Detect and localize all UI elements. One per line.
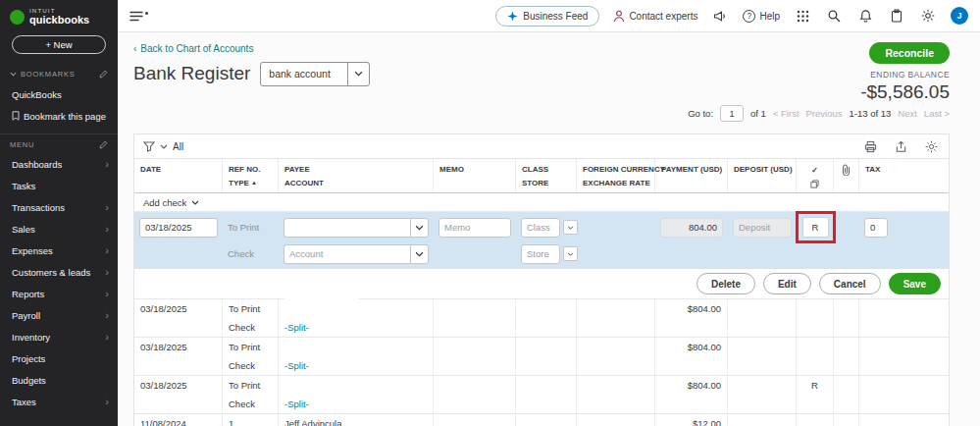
- filter-control[interactable]: All: [143, 141, 183, 152]
- first-page-link[interactable]: < First: [773, 108, 799, 119]
- sidebar-item-dashboards[interactable]: Dashboards›: [0, 153, 118, 175]
- sidebar-item-transactions[interactable]: Transactions›: [0, 196, 118, 218]
- column-header-tax[interactable]: TAX: [859, 159, 949, 192]
- chevron-down-icon[interactable]: [410, 244, 429, 264]
- previous-page-link[interactable]: Previous: [806, 108, 843, 119]
- person-icon: [613, 10, 625, 23]
- export-icon[interactable]: [892, 137, 909, 155]
- sidebar-item-expenses[interactable]: Expenses›: [0, 240, 118, 261]
- column-header-memo[interactable]: MEMO: [434, 159, 516, 192]
- deposit-input[interactable]: [733, 218, 792, 238]
- split-link[interactable]: -Split-: [284, 395, 427, 413]
- chevron-down-icon[interactable]: [410, 218, 429, 238]
- column-header-ref-type[interactable]: REF NO. TYPE▲: [223, 159, 279, 192]
- sidebar-item-quickbooks[interactable]: QuickBooks: [0, 83, 118, 105]
- row-payment: $12.00: [661, 414, 721, 426]
- tasks-clipboard-icon[interactable]: [888, 7, 905, 25]
- table-row[interactable]: 03/18/2025 To PrintCheck -Split- $804.00: [134, 338, 949, 376]
- column-header-reconcile-status[interactable]: ✓: [797, 159, 834, 192]
- row-payment: $804.00: [661, 299, 721, 318]
- page-title: Bank Register: [133, 63, 250, 84]
- sidebar-item-reports[interactable]: Reports›: [0, 283, 118, 304]
- column-header-class-store[interactable]: CLASS STORE: [516, 159, 577, 192]
- row-reconcile-status[interactable]: [802, 338, 827, 356]
- sidebar-item-label: Customers & leads: [12, 267, 105, 278]
- table-row[interactable]: 03/18/2025 To PrintCheck -Split- $804.00: [134, 299, 949, 338]
- sidebar-item-tasks[interactable]: Tasks: [0, 175, 118, 196]
- save-button[interactable]: Save: [889, 273, 941, 294]
- store-dropdown-icon[interactable]: [563, 246, 578, 261]
- avatar[interactable]: J: [951, 7, 968, 25]
- ending-balance-value: -$5,586.05: [860, 81, 950, 103]
- column-header-date[interactable]: DATE: [134, 159, 223, 192]
- cancel-button[interactable]: Cancel: [819, 273, 881, 294]
- print-icon[interactable]: [861, 137, 879, 155]
- search-icon[interactable]: [825, 7, 843, 25]
- feedback-megaphone-icon[interactable]: [711, 7, 729, 25]
- store-input[interactable]: [521, 244, 560, 264]
- table-row[interactable]: 11/08/2024 1 Jeff Advincula $12.00: [134, 414, 949, 426]
- sidebar-item-label: Inventory: [12, 332, 105, 343]
- sidebar-item-inventory[interactable]: Inventory›: [0, 326, 118, 347]
- sidebar-item-sales[interactable]: Sales›: [0, 218, 118, 240]
- contact-experts-button[interactable]: Contact experts: [613, 10, 697, 23]
- notifications-bell-icon[interactable]: [856, 7, 874, 25]
- account-combobox[interactable]: [284, 244, 429, 264]
- sidebar-item-taxes[interactable]: Taxes›: [0, 391, 118, 412]
- table-row[interactable]: 03/18/2025 To PrintCheck -Split- $804.00…: [134, 376, 949, 414]
- account-input[interactable]: [284, 244, 410, 264]
- hamburger-menu-icon[interactable]: [129, 11, 148, 22]
- last-page-link[interactable]: Last >: [924, 108, 950, 119]
- table-settings-gear-icon[interactable]: [922, 137, 940, 155]
- payee-input[interactable]: [284, 218, 410, 238]
- payee-combobox[interactable]: [284, 218, 429, 238]
- sidebar-item-label: Budgets: [12, 375, 109, 386]
- delete-button[interactable]: Delete: [696, 273, 755, 294]
- chevron-right-icon: ›: [105, 267, 109, 278]
- memo-input[interactable]: [438, 218, 511, 238]
- row-reconcile-status[interactable]: [802, 299, 827, 318]
- next-page-link[interactable]: Next: [898, 108, 917, 119]
- business-feed-button[interactable]: Business Feed: [495, 6, 599, 27]
- filter-label: All: [173, 141, 183, 152]
- date-input[interactable]: [139, 218, 218, 238]
- edit-menu-icon[interactable]: [99, 140, 108, 149]
- sidebar-item-payroll[interactable]: Payroll›: [0, 304, 118, 326]
- row-reconcile-status[interactable]: R: [802, 376, 827, 395]
- back-to-chart-of-accounts-link[interactable]: ‹ Back to Chart of Accounts: [133, 42, 253, 54]
- column-header-payee-account[interactable]: PAYEE ACCOUNT: [279, 159, 434, 192]
- class-input[interactable]: [521, 218, 560, 238]
- account-select[interactable]: bank account: [260, 62, 370, 86]
- sidebar-item-customers-leads[interactable]: Customers & leads›: [0, 261, 118, 283]
- column-header-attachments[interactable]: [834, 159, 859, 192]
- apps-grid-icon[interactable]: [794, 7, 811, 25]
- tax-input[interactable]: [864, 218, 888, 238]
- help-button[interactable]: ? Help: [743, 10, 780, 23]
- quickbooks-logo-icon: [10, 10, 25, 25]
- row-type: Check: [229, 318, 272, 337]
- row-reconcile-status[interactable]: [802, 414, 827, 426]
- bookmarks-header-label: BOOKMARKS: [21, 70, 76, 79]
- add-check-control[interactable]: Add check: [134, 193, 949, 212]
- sidebar-item-projects[interactable]: Projects: [0, 347, 118, 369]
- split-link[interactable]: -Split-: [284, 356, 427, 375]
- class-dropdown-icon[interactable]: [563, 220, 578, 235]
- column-header-foreign-currency[interactable]: FOREIGN CURRENCY EXCHANGE RATE: [577, 159, 655, 192]
- payment-input[interactable]: [660, 218, 723, 238]
- reconcile-button[interactable]: Reconcile: [869, 42, 950, 64]
- split-link[interactable]: -Split-: [284, 318, 427, 337]
- edit-bookmarks-icon[interactable]: [99, 70, 108, 79]
- edit-button[interactable]: Edit: [763, 273, 811, 294]
- sidebar-item-bookmark-this-page[interactable]: Bookmark this page: [0, 105, 118, 127]
- sidebar-item-budgets[interactable]: Budgets: [0, 369, 118, 391]
- chevron-down-icon[interactable]: [10, 72, 17, 77]
- page-number-input[interactable]: [720, 105, 744, 122]
- new-button[interactable]: + New: [12, 35, 106, 54]
- settings-gear-icon[interactable]: [919, 7, 937, 25]
- back-link-label: Back to Chart of Accounts: [140, 43, 253, 54]
- reconcile-status-toggle[interactable]: R: [802, 217, 829, 238]
- column-header-payment[interactable]: PAYMENT (USD): [655, 159, 728, 192]
- column-header-deposit[interactable]: DEPOSIT (USD): [728, 159, 797, 192]
- contact-experts-label: Contact experts: [629, 11, 697, 22]
- foreign-currency-cell: [577, 214, 655, 240]
